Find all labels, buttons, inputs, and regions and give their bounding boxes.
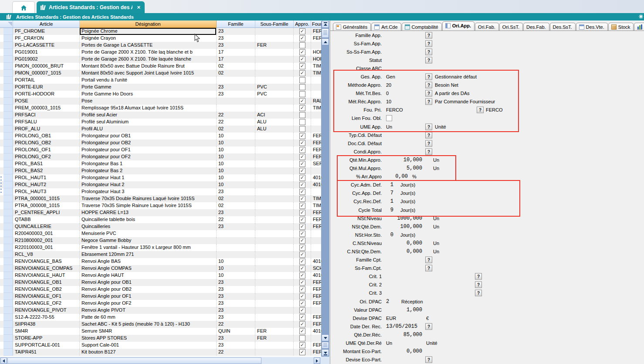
cell-article[interactable]: RENVOIANGLE_OB2	[13, 286, 80, 293]
cell-article[interactable]: RENVOIANGLE_PIVOT	[13, 307, 80, 314]
row-selector[interactable]	[3, 146, 13, 153]
field-value[interactable]: 10	[386, 99, 391, 104]
cell-designation[interactable]: Profilé seul Aluminium	[80, 119, 217, 126]
cell-designation[interactable]: Portes de Garage La CASSETTE	[80, 42, 217, 49]
cell-sous-famille[interactable]	[255, 105, 294, 112]
table-row[interactable]: PG019001Porte de Garage 2000 X 2100. Tôl…	[0, 49, 321, 56]
cell-article[interactable]: RENVOIANGLE_OF1	[13, 293, 80, 300]
field-value[interactable]: EUR	[386, 316, 396, 321]
field-value[interactable]: 0	[386, 91, 389, 96]
appro-checkbox[interactable]: ✓	[299, 35, 305, 41]
scroll-down-button[interactable]	[322, 334, 329, 341]
table-row[interactable]: PROLONG_OB2Prolongateur pour OB210✓FER	[0, 139, 321, 146]
cell-sous-famille[interactable]	[255, 188, 294, 195]
help-button[interactable]: ?	[425, 40, 432, 47]
cell-designation[interactable]: Prolongateur Haut 3	[80, 188, 217, 195]
table-row[interactable]: PROLONG_OB1Prolongateur pour OB110✓FER	[0, 133, 321, 139]
help-button[interactable]: ?	[425, 48, 432, 55]
appro-checkbox[interactable]: ✓	[299, 279, 305, 286]
cell-article[interactable]: RENVOIANGLE_COMPAS	[13, 265, 80, 272]
cell-sous-famille[interactable]	[255, 77, 294, 84]
cell-fournisseur[interactable]: TIMI	[311, 195, 321, 202]
cell-designation[interactable]: Renvoi Angle BAS	[80, 258, 217, 265]
cell-fournisseur[interactable]: HOR	[311, 49, 321, 56]
cell-article[interactable]: PG-LACASSETTE	[13, 42, 80, 49]
cell-designation[interactable]: Porte de Garage 2000 X 2100. Tôle laq bl…	[80, 49, 217, 56]
cell-sous-famille[interactable]	[255, 342, 294, 349]
cell-sous-famille[interactable]	[255, 237, 294, 244]
appro-checkbox[interactable]: ✓	[299, 98, 305, 104]
cell-famille[interactable]: 23	[217, 286, 255, 293]
table-row[interactable]: PROL_HAUT3Prolongateur Haut 323✓	[0, 188, 321, 195]
table-row[interactable]: PROL_HAUT2Prolongateur Haut 210✓4010	[0, 181, 321, 188]
cell-appro[interactable]: ✓	[294, 181, 311, 188]
cell-appro[interactable]: ✓	[294, 244, 311, 251]
cell-appro[interactable]: ✓	[294, 328, 311, 335]
cell-fournisseur[interactable]	[311, 42, 321, 49]
cell-designation[interactable]: Prolongateur Bas 1	[80, 160, 217, 167]
table-row[interactable]: PROLONG_OF1Prolongateur pour OF110✓FER	[0, 146, 321, 153]
cell-fournisseur[interactable]: HOR	[311, 56, 321, 63]
cell-famille[interactable]: 23	[217, 28, 255, 35]
cell-article[interactable]: PRFSALU	[13, 119, 80, 126]
cell-designation[interactable]: Serrure SM4R	[80, 328, 217, 335]
cell-appro[interactable]: ✓	[294, 286, 311, 293]
appro-checkbox[interactable]: ✓	[299, 154, 305, 160]
cell-article[interactable]: PROL_BAS2	[13, 167, 80, 174]
cell-sous-famille[interactable]	[255, 70, 294, 77]
help-button[interactable]: ?	[425, 357, 432, 363]
cell-fournisseur[interactable]	[311, 112, 321, 119]
appro-checkbox[interactable]: ✓	[299, 105, 305, 111]
appro-checkbox[interactable]	[299, 42, 305, 48]
cell-article[interactable]: RENVOIANGLE_OF2	[13, 300, 80, 307]
cell-sous-famille[interactable]: ALU	[255, 126, 294, 133]
table-row[interactable]: SM4RSerrure SM4RQUINFER✓4010	[0, 328, 321, 335]
row-selector[interactable]	[3, 105, 13, 112]
cell-appro[interactable]: ✓	[294, 300, 311, 307]
cell-fournisseur[interactable]: FER	[311, 209, 321, 216]
cell-famille[interactable]: 23	[217, 314, 255, 321]
cell-appro[interactable]: ✓	[294, 153, 311, 160]
appro-checkbox[interactable]: ✓	[299, 349, 305, 355]
row-selector[interactable]	[3, 349, 13, 356]
cell-article[interactable]: RENVOIANGLE_HAUT	[13, 272, 80, 279]
appro-checkbox[interactable]: ✓	[299, 133, 305, 139]
field-value[interactable]: 13/05/2015	[386, 323, 417, 330]
cell-famille[interactable]: 23	[217, 342, 255, 349]
cell-appro[interactable]: ✓	[294, 35, 311, 42]
row-selector[interactable]	[3, 251, 13, 258]
row-selector[interactable]	[3, 335, 13, 342]
panel-tab-comptabilit[interactable]: Comptabilité	[402, 23, 442, 31]
cell-designation[interactable]: Renvoi Angle HAUT	[80, 272, 217, 279]
cell-article[interactable]: R210800002_001	[13, 237, 80, 244]
table-row[interactable]: R220100003_001Fenêtre 1 vantail - Hauteu…	[0, 244, 321, 251]
cell-designation[interactable]: Fenêtre 1 vantail - Hauteur 1350 x Large…	[80, 244, 217, 251]
row-selector[interactable]	[3, 133, 13, 139]
cell-fournisseur[interactable]	[311, 244, 321, 251]
cell-famille[interactable]: 10	[217, 272, 255, 279]
cell-appro[interactable]: ✓	[294, 105, 311, 112]
cell-appro[interactable]: ✓	[294, 265, 311, 272]
cell-appro[interactable]	[294, 119, 311, 126]
cell-famille[interactable]: 10	[217, 146, 255, 153]
column-header-famille[interactable]: Famille	[217, 20, 255, 28]
cell-article[interactable]: PROLONG_OB2	[13, 139, 80, 146]
field-value[interactable]: Un	[386, 124, 392, 129]
panel-tab-art-cde[interactable]: Art.Cde	[371, 23, 401, 31]
cell-famille[interactable]: 23	[217, 307, 255, 314]
cell-sous-famille[interactable]	[255, 28, 294, 35]
cell-sous-famille[interactable]	[255, 167, 294, 174]
table-row[interactable]: PORTE-HODOORPorte Gamme Ho Doors23PVC	[0, 91, 321, 98]
table-row[interactable]: POSEPose✓RAL	[0, 98, 321, 105]
cell-famille[interactable]: 23	[217, 188, 255, 195]
field-value[interactable]: 20	[386, 82, 391, 88]
appro-checkbox[interactable]: ✓	[299, 70, 305, 76]
row-selector[interactable]	[3, 286, 13, 293]
cell-appro[interactable]: ✓	[294, 258, 311, 265]
appro-checkbox[interactable]: ✓	[299, 252, 305, 258]
cell-appro[interactable]: ✓	[294, 98, 311, 105]
cell-article[interactable]: STORE-APP	[13, 335, 80, 342]
cell-fournisseur[interactable]: 4010	[311, 258, 321, 265]
cell-designation[interactable]: Prolongateur Bas 2	[80, 167, 217, 174]
cell-designation[interactable]: Quincailleries	[80, 223, 217, 230]
